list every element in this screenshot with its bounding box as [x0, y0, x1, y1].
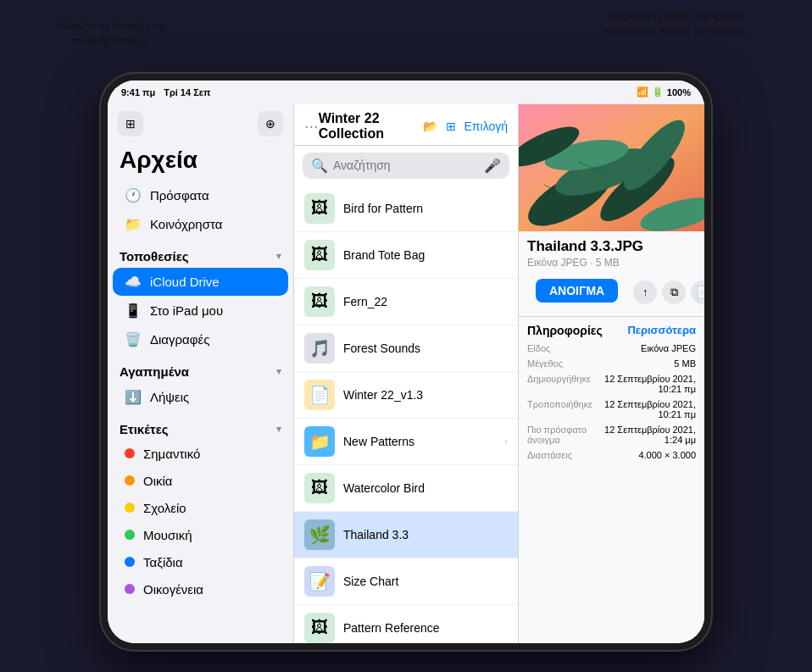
file-thumbnail: 🖼: [304, 240, 335, 270]
tag-label: Σημαντικό: [143, 447, 200, 461]
tag-dot: [125, 448, 135, 458]
header-actions: 📂 ⊞ Επιλογή: [423, 119, 508, 133]
sidebar-item-ipad[interactable]: 📱 Στο iPad μου: [113, 297, 288, 325]
clock-icon: 🕐: [125, 187, 142, 203]
tags-header-label: Ετικέτες: [120, 422, 169, 436]
header-dots: ···: [304, 116, 319, 136]
status-bar-left: 9:41 πμ Τρί 14 Σεπ: [121, 87, 210, 97]
file-list-item[interactable]: 🖼 Bird for Pattern: [294, 186, 518, 232]
wifi-icon: 📶: [637, 86, 648, 97]
info-rows-container: Είδος Εικόνα JPEG Μέγεθος 5 MB Δημιουργή…: [519, 341, 704, 463]
locations-header-label: Τοποθεσίες: [120, 249, 189, 264]
file-name: Fern_22: [343, 295, 508, 308]
select-button[interactable]: Επιλογή: [464, 119, 508, 133]
callout-left-text: Αλλάξτε τη διάταξη της πλαϊνής στήλης.: [57, 19, 168, 47]
sidebar-item-tag[interactable]: Οικογένεια: [113, 576, 288, 603]
file-list-item[interactable]: 🖼 Brand Tote Bag: [294, 232, 518, 279]
info-row-label: Πιο πρόσφατο άνοιγμα: [527, 425, 603, 445]
status-bar-right: 📶 🔋 100%: [637, 86, 691, 97]
main-area: ⊞ ⊕ Αρχεία 🕐 Πρόσφατα 📁 Κοινόχρηστα: [108, 104, 704, 643]
sidebar-item-tag[interactable]: Σημαντικό: [113, 441, 288, 467]
file-list-item[interactable]: 🌿 Thailand 3.3: [294, 512, 518, 558]
file-name: Size Chart: [343, 575, 508, 588]
tag-dot: [125, 530, 135, 540]
tag-label: Οικία: [143, 474, 173, 488]
recents-label: Πρόσφατα: [150, 188, 209, 203]
sidebar-title: Αρχεία: [108, 143, 293, 180]
sidebar-item-tag[interactable]: Οικία: [113, 468, 288, 494]
search-bar[interactable]: 🔍 🎤: [303, 153, 509, 179]
copy-action-icon[interactable]: ⧉: [662, 280, 686, 304]
file-thumbnail: 🖼: [304, 473, 335, 503]
file-thumbnail: 📄: [304, 380, 335, 410]
preview-image: [519, 104, 704, 231]
open-button[interactable]: ΑΝΟΙΓΜΑ: [536, 279, 618, 303]
file-name: Watercolor Bird: [343, 481, 508, 495]
file-list-item[interactable]: 🖼 Fern_22: [294, 279, 518, 325]
sidebar-more-button[interactable]: ⊕: [258, 111, 283, 136]
mic-icon[interactable]: 🎤: [484, 158, 501, 174]
downloads-label: Λήψεις: [150, 390, 189, 404]
sidebar-item-recents[interactable]: 🕐 Πρόσφατα: [113, 181, 288, 209]
sidebar-nav-group-quick: 🕐 Πρόσφατα 📁 Κοινόχρηστα: [108, 180, 293, 239]
callout-right-text: Εναλλαγή μεταξύ προβολής εικονιδίων, λίσ…: [604, 9, 748, 37]
info-row-value: 5 MB: [674, 358, 696, 369]
sidebar-item-trash[interactable]: 🗑️ Διαγραφές: [113, 325, 288, 353]
callout-right: Εναλλαγή μεταξύ προβολής εικονιδίων, λίσ…: [592, 8, 761, 39]
info-row: Διαστάσεις 4.000 × 3.000: [519, 447, 704, 463]
info-row: Δημιουργήθηκε 12 Σεπτεμβρίου 2021, 10:21…: [519, 371, 704, 397]
folder-person-icon: 📁: [125, 216, 142, 232]
tag-label: Σχολείο: [143, 501, 186, 515]
status-day: Τρί 14 Σεπ: [164, 87, 210, 97]
file-name: Bird for Pattern: [343, 202, 508, 215]
tags-chevron: ▾: [276, 424, 281, 435]
file-thumbnail: 📁: [304, 426, 335, 457]
preview-subtitle: Εικόνα JPEG · 5 MB: [519, 257, 704, 275]
share-action-icon[interactable]: ↑: [633, 280, 657, 304]
folder-action-btn[interactable]: 📂: [423, 119, 437, 133]
info-more-link[interactable]: Περισσότερα: [627, 324, 696, 336]
locations-chevron: ▾: [276, 251, 281, 262]
file-list-item[interactable]: 🖼 Pattern Reference: [294, 605, 518, 643]
info-row-label: Είδος: [527, 343, 550, 353]
sidebar-layout-button[interactable]: ⊞: [118, 111, 143, 136]
info-row-label: Μέγεθος: [527, 358, 563, 369]
search-icon: 🔍: [311, 158, 328, 174]
info-row: Τροποποιήθηκε 12 Σεπτεμβρίου 2021, 10:21…: [519, 397, 704, 422]
info-row-value: 12 Σεπτεμβρίου 2021, 10:21 πμ: [603, 374, 696, 394]
file-list-item[interactable]: 📄 Winter 22_v1.3: [294, 372, 518, 419]
info-action-icon[interactable]: 📄: [691, 280, 704, 304]
file-list-item[interactable]: 🎵 Forest Sounds: [294, 325, 518, 372]
grid-view-btn[interactable]: ⊞: [446, 119, 456, 133]
sidebar-item-tag[interactable]: Μουσική: [113, 522, 288, 548]
trash-label: Διαγραφές: [150, 332, 209, 347]
shared-label: Κοινόχρηστα: [150, 217, 222, 231]
file-list-item[interactable]: 📁 New Patterns ›: [294, 419, 518, 465]
file-thumbnail: 🖼: [304, 613, 335, 643]
info-row: Είδος Εικόνα JPEG: [519, 341, 704, 356]
sidebar-item-icloud[interactable]: ☁️ iCloud Drive: [113, 268, 288, 296]
tag-dot: [125, 503, 135, 513]
icloud-label: iCloud Drive: [150, 275, 220, 289]
sidebar-item-shared[interactable]: 📁 Κοινόχρηστα: [113, 210, 288, 238]
ipad-frame: 9:41 πμ Τρί 14 Σεπ 📶 🔋 100% ⊞ ⊕: [101, 74, 711, 650]
ipad-screen: 9:41 πμ Τρί 14 Σεπ 📶 🔋 100% ⊞ ⊕: [108, 81, 704, 643]
file-thumbnail: 🎵: [304, 333, 335, 364]
file-list-item[interactable]: 📝 Size Chart: [294, 558, 518, 605]
ipad-icon: 📱: [125, 303, 142, 319]
info-row-value: Εικόνα JPEG: [641, 343, 696, 353]
file-thumbnail: 🌿: [304, 519, 335, 550]
preview-panel: Thailand 3.3.JPG Εικόνα JPEG · 5 MB ΑΝΟΙ…: [518, 104, 704, 643]
file-list-item[interactable]: 🖼 Watercolor Bird: [294, 465, 518, 512]
sidebar-item-tag[interactable]: Σχολείο: [113, 495, 288, 521]
info-header-label: Πληροφορίες: [527, 324, 603, 337]
info-row-value: 12 Σεπτεμβρίου 2021, 1:24 μμ: [603, 425, 696, 445]
sidebar-item-tag[interactable]: Ταξίδια: [113, 549, 288, 575]
preview-filename: Thailand 3.3.JPG: [519, 231, 704, 257]
search-input[interactable]: [333, 158, 479, 172]
status-bar: 9:41 πμ Τρί 14 Σεπ 📶 🔋 100%: [108, 81, 704, 104]
favorites-chevron: ▾: [276, 366, 281, 377]
sidebar-nav-group-tags: Ετικέτες ▾ Σημαντικό Οικία Σχολείο Μουσι…: [108, 415, 293, 603]
sidebar-item-downloads[interactable]: ⬇️ Λήψεις: [113, 383, 288, 411]
file-name: Brand Tote Bag: [343, 248, 508, 262]
